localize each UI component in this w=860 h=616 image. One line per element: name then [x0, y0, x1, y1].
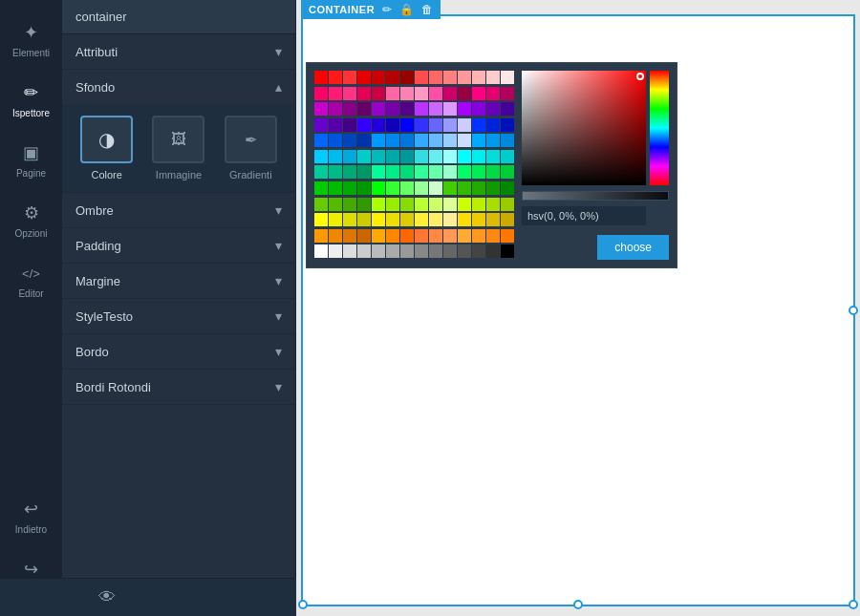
sidebar-item-indietro[interactable]: ↩ Indietro [0, 486, 62, 546]
color-swatch[interactable] [357, 118, 371, 132]
color-swatch[interactable] [501, 165, 514, 179]
color-swatch[interactable] [501, 134, 514, 147]
choose-button[interactable]: choose [597, 235, 669, 260]
color-swatch[interactable] [314, 244, 328, 258]
color-swatch[interactable] [400, 181, 414, 195]
color-swatch[interactable] [386, 213, 399, 226]
color-swatch[interactable] [501, 87, 514, 100]
color-swatch[interactable] [443, 71, 457, 84]
color-swatch[interactable] [486, 71, 500, 84]
color-swatch[interactable] [372, 71, 385, 84]
color-swatch[interactable] [443, 213, 457, 226]
color-swatch[interactable] [343, 213, 356, 226]
color-swatch[interactable] [314, 150, 328, 163]
color-swatch[interactable] [343, 198, 356, 211]
color-swatch[interactable] [472, 198, 485, 211]
color-swatch[interactable] [429, 150, 442, 163]
color-swatch[interactable] [343, 229, 356, 243]
accordion-header-margine[interactable]: Margine ▾ [62, 264, 295, 298]
color-swatch[interactable] [472, 134, 485, 147]
color-swatch[interactable] [458, 150, 471, 163]
color-swatch[interactable] [415, 118, 428, 132]
color-swatch[interactable] [443, 229, 457, 243]
color-swatch[interactable] [415, 165, 428, 179]
delete-icon[interactable]: 🗑 [421, 3, 433, 16]
color-swatch[interactable] [372, 134, 385, 147]
color-swatch[interactable] [343, 165, 356, 179]
color-swatch[interactable] [443, 150, 457, 163]
eye-button[interactable]: 👁 [89, 584, 125, 611]
color-swatch[interactable] [429, 213, 442, 226]
color-swatch[interactable] [486, 134, 500, 147]
color-swatch[interactable] [458, 134, 471, 147]
color-swatch[interactable] [357, 213, 371, 226]
color-swatch[interactable] [486, 229, 500, 243]
color-swatch[interactable] [458, 102, 471, 116]
color-swatch[interactable] [501, 244, 514, 258]
color-swatch[interactable] [486, 102, 500, 116]
sidebar-item-elementi[interactable]: ✦ Elementi [0, 10, 62, 70]
color-swatch[interactable] [386, 229, 399, 243]
color-swatch[interactable] [415, 87, 428, 100]
color-swatch[interactable] [429, 102, 442, 116]
color-swatch[interactable] [429, 87, 442, 100]
color-swatch[interactable] [400, 134, 414, 147]
color-swatch[interactable] [329, 165, 342, 179]
color-swatch[interactable] [357, 181, 371, 195]
color-swatch[interactable] [415, 181, 428, 195]
color-swatch[interactable] [400, 87, 414, 100]
color-swatch[interactable] [343, 134, 356, 147]
color-swatch[interactable] [329, 181, 342, 195]
color-swatch[interactable] [429, 181, 442, 195]
color-swatch[interactable] [357, 71, 371, 84]
color-swatch[interactable] [443, 87, 457, 100]
color-swatch[interactable] [329, 71, 342, 84]
color-swatch[interactable] [472, 87, 485, 100]
color-swatch[interactable] [400, 244, 414, 258]
color-swatch[interactable] [400, 213, 414, 226]
color-swatch[interactable] [372, 198, 385, 211]
color-swatch[interactable] [329, 229, 342, 243]
color-swatch[interactable] [372, 229, 385, 243]
color-swatch[interactable] [472, 118, 485, 132]
sfondo-colore-btn[interactable]: ◑ Colore [80, 116, 133, 181]
color-swatch[interactable] [501, 181, 514, 195]
color-swatch[interactable] [357, 244, 371, 258]
color-swatch[interactable] [486, 198, 500, 211]
color-swatch[interactable] [429, 198, 442, 211]
color-swatch[interactable] [458, 181, 471, 195]
handle-bottom-right[interactable] [849, 600, 858, 609]
color-swatch[interactable] [343, 150, 356, 163]
color-swatch[interactable] [486, 87, 500, 100]
color-swatch[interactable] [458, 213, 471, 226]
color-swatch[interactable] [400, 118, 414, 132]
color-swatch[interactable] [458, 165, 471, 179]
color-swatch[interactable] [343, 102, 356, 116]
color-swatch[interactable] [486, 118, 500, 132]
color-swatch[interactable] [400, 198, 414, 211]
color-swatch[interactable] [501, 71, 514, 84]
color-swatch[interactable] [415, 198, 428, 211]
accordion-header-sfondo[interactable]: Sfondo ▴ [62, 70, 295, 104]
color-swatch[interactable] [458, 118, 471, 132]
color-swatch[interactable] [400, 229, 414, 243]
hsv-gradient[interactable] [522, 71, 646, 185]
color-swatch[interactable] [372, 102, 385, 116]
color-swatch[interactable] [314, 102, 328, 116]
color-swatch[interactable] [429, 229, 442, 243]
color-swatch[interactable] [458, 229, 471, 243]
color-swatch[interactable] [443, 165, 457, 179]
color-swatch[interactable] [415, 71, 428, 84]
color-swatch[interactable] [357, 150, 371, 163]
color-swatch[interactable] [501, 102, 514, 116]
color-swatch[interactable] [415, 150, 428, 163]
color-swatch[interactable] [443, 198, 457, 211]
color-swatch[interactable] [415, 102, 428, 116]
color-swatch[interactable] [386, 150, 399, 163]
color-swatch[interactable] [357, 165, 371, 179]
color-swatch[interactable] [386, 134, 399, 147]
color-swatch[interactable] [458, 198, 471, 211]
color-swatch[interactable] [386, 244, 399, 258]
color-swatch[interactable] [386, 198, 399, 211]
color-swatch[interactable] [343, 87, 356, 100]
